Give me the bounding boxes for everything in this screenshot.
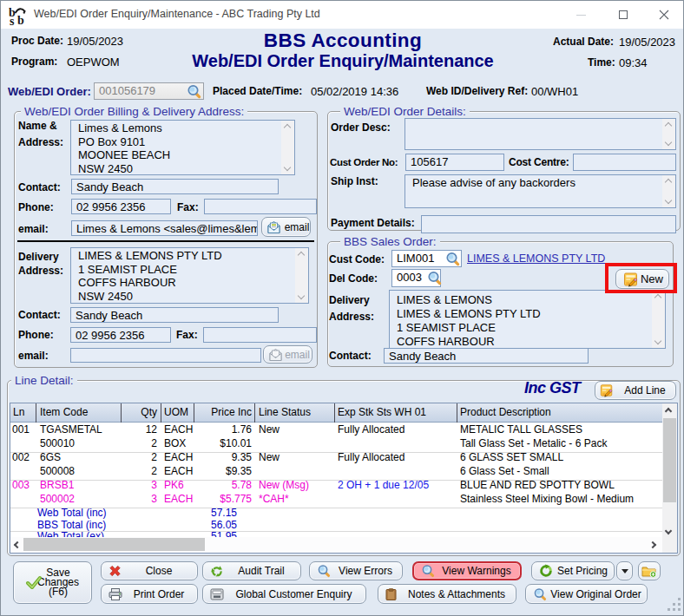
svg-text:s: s (10, 15, 15, 26)
svg-text:b: b (17, 14, 24, 26)
